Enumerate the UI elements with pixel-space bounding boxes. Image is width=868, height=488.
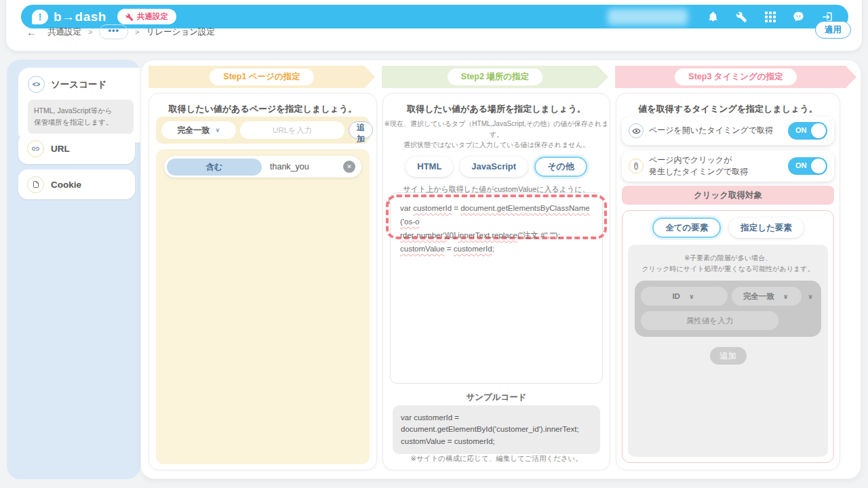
sample-code-title: サンプルコード xyxy=(383,392,610,403)
attribute-condition-panel: ID∨ 完全一致∨ ∨ xyxy=(635,281,821,337)
step1-title: 取得したい値があるページを指定しましょう。 xyxy=(149,103,376,115)
bell-icon[interactable] xyxy=(707,10,719,23)
toggle-knob xyxy=(811,123,826,138)
step2-footer-note: ※サイトの構成に応じて、編集してご活用ください。 xyxy=(383,454,610,464)
sidebar-item-label: URL xyxy=(51,144,70,154)
relation-settings-panel: Step1 ページの指定 Step2 場所の指定 Step3 タイミングの指定 … xyxy=(140,60,861,479)
breadcrumb-separator: > xyxy=(88,28,92,36)
chevron-down-icon: ∨ xyxy=(215,127,220,134)
step1-rule-list: 含む thank_you ✕ xyxy=(156,149,370,464)
code-icon: <> xyxy=(28,76,45,93)
url-rule-item: 含む thank_you ✕ xyxy=(164,156,361,178)
document-icon xyxy=(27,176,44,193)
tab-html[interactable]: HTML xyxy=(406,157,453,177)
apply-button[interactable]: 適用 xyxy=(815,21,851,39)
header-icons xyxy=(707,10,833,23)
step2-tabs: HTML JavaScript その他 xyxy=(383,157,610,177)
top-window-card: ! b→dash 共通設定 ← 共通設定 > xyxy=(5,0,863,52)
breadcrumb-ellipsis-pill[interactable]: ••• xyxy=(99,24,128,39)
wrench-gear-icon xyxy=(125,13,134,21)
common-settings-badge[interactable]: 共通設定 xyxy=(117,9,176,24)
click-target-banner: クリック取得対象 xyxy=(622,186,834,205)
wrench-icon[interactable] xyxy=(735,10,748,23)
attribute-value-input[interactable] xyxy=(641,311,778,330)
click-timing-label: ページ内でクリックが発生したタイミングで取得 xyxy=(649,155,788,178)
brand-name: b→dash xyxy=(54,9,106,24)
toggle-knob xyxy=(811,159,826,174)
rule-value: thank_you xyxy=(270,162,309,171)
step3-panel: 値を取得するタイミングを指定しましょう。 ページを開いたタイミングで取得 ON … xyxy=(616,93,840,470)
mouse-icon xyxy=(629,159,644,174)
child-elements-warning: ※子要素の階層が多い場合、クリック時にサイト処理が重くなる可能性があります。 xyxy=(628,245,828,274)
step1-header-arrow: Step1 ページの指定 xyxy=(149,66,375,88)
tab-specified-elements[interactable]: 指定した要素 xyxy=(729,218,804,238)
step2-header-arrow: Step2 場所の指定 xyxy=(382,66,608,88)
apps-grid-icon[interactable] xyxy=(764,10,776,23)
open-timing-label: ページを開いたタイミングで取得 xyxy=(649,125,788,136)
sidebar-item-cookie[interactable]: Cookie xyxy=(18,169,135,199)
match-type-select[interactable]: 完全一致∨ xyxy=(161,121,236,139)
step3-title: 値を取得するタイミングを指定しましょう。 xyxy=(616,103,840,115)
step2-panel: 取得したい値がある場所を指定しましょう。 ※現在、選択しているタブ（HTML,J… xyxy=(382,93,610,470)
specified-elements-disabled-area: ※子要素の階層が多い場合、クリック時にサイト処理が重くなる可能性があります。 I… xyxy=(628,245,828,457)
step1-url-controls: 完全一致∨ 追加 xyxy=(156,117,370,144)
click-timing-toggle[interactable]: ON xyxy=(788,157,827,175)
step3-label: Step3 タイミングの指定 xyxy=(675,68,796,85)
tab-all-elements[interactable]: 全ての要素 xyxy=(652,218,721,238)
open-timing-card: ページを開いたタイミングで取得 ON xyxy=(622,117,834,145)
attribute-match-select[interactable]: 完全一致∨ xyxy=(732,287,802,306)
mascot-chat-icon[interactable] xyxy=(792,10,805,23)
step1-panel: 取得したい値があるページを指定しましょう。 完全一致∨ 追加 含む thank_… xyxy=(149,93,377,470)
attribute-type-select[interactable]: ID∨ xyxy=(641,287,728,306)
breadcrumb: ← 共通設定 > ••• > リレーション設定 xyxy=(26,24,215,39)
source-sidebar: <> ソースコード HTML, JavaScript等から 保管場所を指定します… xyxy=(7,60,140,479)
url-input[interactable] xyxy=(240,121,344,139)
link-icon xyxy=(27,140,44,157)
open-timing-toggle[interactable]: ON xyxy=(788,122,827,140)
add-condition-button-disabled[interactable]: 追加 xyxy=(710,347,747,365)
code-editor-text: var customerId = document.getElementsByC… xyxy=(400,201,593,256)
common-settings-badge-label: 共通設定 xyxy=(137,12,168,22)
source-code-description: HTML, JavaScript等から 保管場所を指定します。 xyxy=(28,100,134,134)
step2-title: 取得したい値がある場所を指定しましょう。 xyxy=(383,103,610,115)
step3-header-arrow: Step3 タイミングの指定 xyxy=(615,66,856,88)
user-name-blurred xyxy=(608,9,688,25)
click-timing-card: ページ内でクリックが発生したタイミングで取得 ON xyxy=(622,150,834,182)
sidebar-item-url[interactable]: URL xyxy=(18,134,135,164)
click-target-tabs: 全ての要素 指定した要素 xyxy=(623,218,833,238)
breadcrumb-separator: > xyxy=(135,28,139,36)
remove-rule-icon[interactable]: ✕ xyxy=(343,161,355,173)
brand-logo-icon: ! xyxy=(32,9,48,24)
sidebar-item-label: ソースコード xyxy=(51,79,106,91)
add-url-button[interactable]: 追加 xyxy=(349,121,373,139)
sidebar-item-source-code[interactable]: <> ソースコード HTML, JavaScript等から 保管場所を指定します… xyxy=(18,68,140,142)
tab-javascript[interactable]: JavaScript xyxy=(460,157,528,177)
step1-label: Step1 ページの指定 xyxy=(210,68,313,85)
chevron-down-icon: ∨ xyxy=(781,293,791,300)
breadcrumb-item-common-settings[interactable]: 共通設定 xyxy=(47,26,81,38)
sample-code-box: var customerId = document.getElementById… xyxy=(393,405,600,454)
back-arrow-icon[interactable]: ← xyxy=(26,26,37,38)
breadcrumb-item-relation-settings: リレーション設定 xyxy=(146,26,215,38)
step2-note: ※現在、選択しているタブ（HTML,JavaScript,その他）の値が保存され… xyxy=(383,119,610,150)
eye-icon xyxy=(629,123,644,138)
tab-other[interactable]: その他 xyxy=(534,157,587,177)
javascript-code-editor[interactable]: var customerId = document.getElementsByC… xyxy=(390,192,603,384)
collapse-chevron-icon[interactable]: ∨ xyxy=(806,293,815,300)
step2-label: Step2 場所の指定 xyxy=(448,68,542,85)
rule-condition-pill[interactable]: 含む xyxy=(167,159,262,176)
sidebar-item-label: Cookie xyxy=(51,180,81,190)
chevron-down-icon: ∨ xyxy=(687,293,696,300)
click-target-box: 全ての要素 指定した要素 ※子要素の階層が多い場合、クリック時にサイト処理が重く… xyxy=(622,210,834,463)
